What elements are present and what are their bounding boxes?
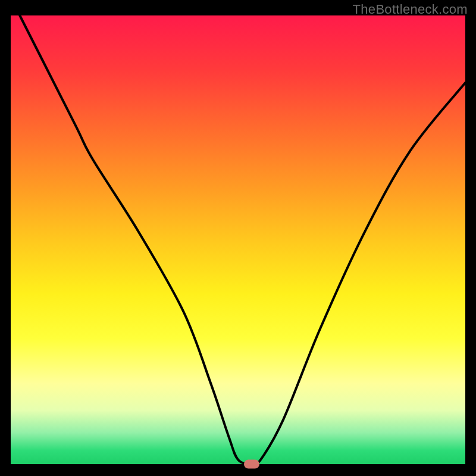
curve-layer: [0, 0, 476, 476]
optimal-point-marker: [244, 460, 259, 469]
watermark-text: TheBottleneck.com: [353, 2, 468, 17]
chart-container: TheBottleneck.com: [0, 0, 476, 476]
bottleneck-curve: [20, 15, 465, 465]
